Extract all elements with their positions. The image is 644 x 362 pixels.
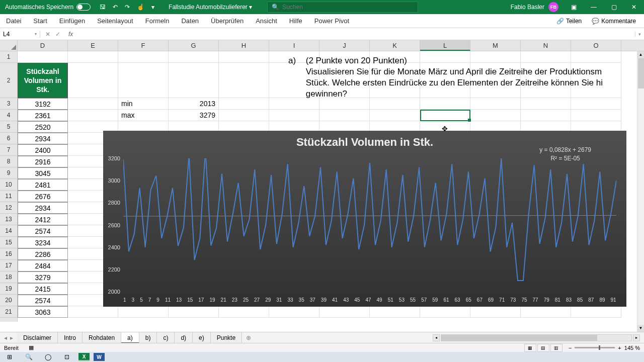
row-header[interactable]: 18 [0,272,17,283]
row-header[interactable]: 6 [0,133,17,144]
cell[interactable]: 2481 [18,179,68,191]
cell[interactable] [219,51,269,63]
cell[interactable] [219,306,269,318]
cell[interactable] [118,306,169,318]
cell[interactable]: 2415 [18,283,68,295]
close-button[interactable]: ✕ [624,0,644,14]
cell[interactable] [521,306,571,318]
cell[interactable] [219,63,269,98]
row-header[interactable]: 15 [0,237,17,248]
touch-icon[interactable]: ☝ [137,4,144,11]
column-header[interactable]: J [319,40,370,51]
cell[interactable]: 2934 [18,202,68,214]
enter-icon[interactable]: ✓ [55,31,60,38]
cell[interactable] [420,306,470,318]
cortana-icon[interactable]: ◯ [40,352,55,361]
cell[interactable] [269,306,319,318]
row-header[interactable]: 13 [0,214,17,225]
column-header[interactable]: L [420,40,470,51]
row-header[interactable]: 9 [0,167,17,179]
cell[interactable]: 3279 [169,110,219,121]
cell[interactable]: 2676 [18,191,68,202]
cell[interactable] [169,51,219,63]
cell[interactable]: min [118,98,169,110]
row-header[interactable]: 14 [0,225,17,237]
row-header[interactable]: 5 [0,121,17,133]
ribbon-tab-einfügen[interactable]: Einfügen [53,14,91,28]
vertical-scrollbar[interactable]: ▲ ▼ [637,51,644,332]
formula-input[interactable] [76,30,635,38]
user-account[interactable]: Fabio Basler FB [506,2,564,12]
search-taskbar-icon[interactable]: 🔍 [21,352,36,361]
column-header[interactable]: F [118,40,169,51]
row-header[interactable]: 2 [0,63,17,98]
column-header[interactable]: H [219,40,269,51]
cell[interactable] [571,306,621,318]
column-header[interactable]: D [18,40,68,51]
worksheet-grid[interactable]: 123456789101112131415161718192021 DEFGHI… [0,40,644,322]
cell[interactable] [18,51,68,63]
cell[interactable] [118,63,169,98]
cell[interactable] [219,98,269,110]
cell[interactable] [370,110,420,121]
cell[interactable] [68,98,118,110]
cell[interactable] [269,110,319,121]
autosave-toggle[interactable]: Automatisches Speichern [0,4,96,11]
expand-formula-icon[interactable]: ▾ [635,32,644,37]
ribbon-tab-daten[interactable]: Daten [175,14,205,28]
cell[interactable] [521,110,571,121]
cell[interactable] [420,110,470,121]
cell[interactable]: 2520 [18,121,68,133]
cell[interactable] [169,63,219,98]
toggle-icon[interactable] [76,4,91,11]
cell[interactable]: 3192 [18,98,68,110]
cell[interactable] [219,110,269,121]
cell[interactable] [470,306,521,318]
zoom-slider[interactable] [575,347,615,348]
ribbon-tab-seitenlayout[interactable]: Seitenlayout [91,14,139,28]
row-header[interactable]: 17 [0,260,17,272]
row-header[interactable]: 20 [0,295,17,306]
sheet-tab[interactable]: a) [121,332,139,343]
ribbon-tab-überprüfen[interactable]: Überprüfen [205,14,250,28]
ribbon-tab-formeln[interactable]: Formeln [139,14,176,28]
ribbon-tab-hilfe[interactable]: Hilfe [283,14,308,28]
cell[interactable] [68,306,118,318]
zoom-in-icon[interactable]: + [618,345,621,351]
sheet-nav[interactable]: ◂▸ [0,334,17,341]
cell[interactable] [370,98,420,110]
cell[interactable] [68,63,118,98]
column-header[interactable]: K [370,40,420,51]
row-header[interactable]: 10 [0,179,17,191]
cell[interactable] [319,110,370,121]
column-header[interactable]: O [571,40,621,51]
sheet-tab[interactable]: Disclaimer [17,332,58,343]
sheet-tab[interactable]: Punkte [211,332,242,343]
fx-icon[interactable]: fx [65,31,76,38]
minimize-button[interactable]: — [584,0,604,14]
sheet-tab[interactable]: d) [175,332,193,343]
macro-record-icon[interactable]: ▦ [29,344,34,351]
cell[interactable] [118,51,169,63]
select-all-corner[interactable] [0,40,17,51]
cell[interactable]: 2013 [169,98,219,110]
row-header[interactable]: 11 [0,191,17,202]
share-button[interactable]: 🔗 Teilen [552,18,586,25]
cell[interactable]: 3063 [18,306,68,318]
scroll-up-icon[interactable]: ▲ [637,51,644,58]
zoom-control[interactable]: − + 145 % [569,345,640,351]
cell[interactable]: 2916 [18,156,68,167]
start-button[interactable]: ⊞ [2,352,17,361]
cell[interactable]: 3234 [18,237,68,248]
cell[interactable]: max [118,110,169,121]
ribbon-tab-start[interactable]: Start [27,14,53,28]
row-header[interactable]: 3 [0,98,17,110]
row-header[interactable]: 19 [0,283,17,295]
cell[interactable]: 2574 [18,295,68,306]
cell[interactable] [470,98,521,110]
horizontal-scrollbar[interactable]: ◂ ▸ [433,334,644,341]
sheet-tab[interactable]: e) [193,332,211,343]
zoom-out-icon[interactable]: − [569,345,572,351]
normal-view-icon[interactable]: ▦ [524,344,536,352]
ribbon-tab-ansicht[interactable]: Ansicht [250,14,283,28]
